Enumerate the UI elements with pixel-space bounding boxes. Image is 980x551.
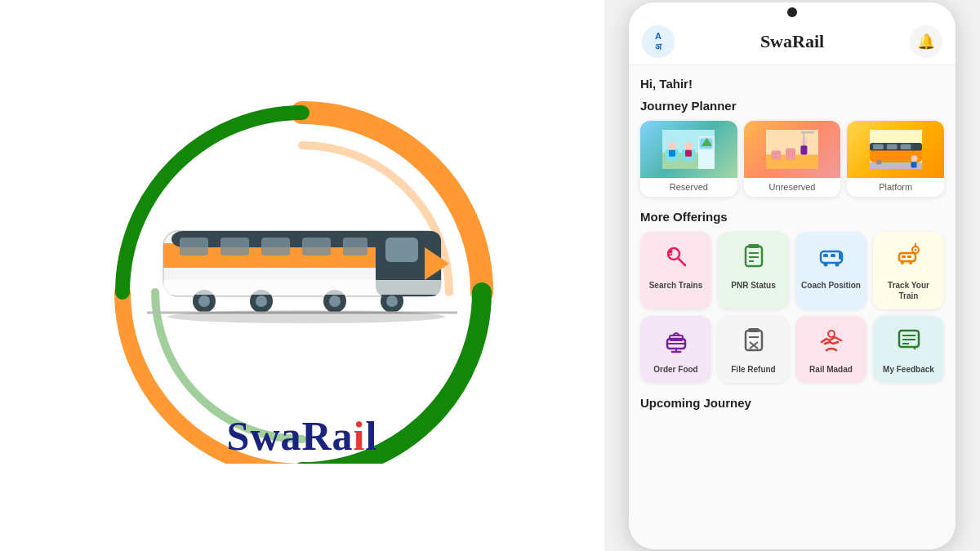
order-food-icon xyxy=(663,327,689,359)
offering-coach-position[interactable]: Coach Position xyxy=(795,232,866,309)
camera-dot xyxy=(787,7,797,17)
swarail-logo-text: SwaRail xyxy=(227,412,378,460)
svg-rect-19 xyxy=(163,280,441,295)
more-offerings-title: More Offerings xyxy=(640,210,944,224)
file-refund-label: File Refund xyxy=(731,364,775,375)
offering-pnr-status[interactable]: PNR Status xyxy=(718,232,789,309)
rail-madad-icon xyxy=(818,327,844,359)
offering-order-food[interactable]: Order Food xyxy=(640,316,711,383)
svg-point-84 xyxy=(828,331,835,337)
svg-rect-68 xyxy=(907,256,911,258)
my-feedback-label: My Feedback xyxy=(883,364,934,375)
notification-button[interactable]: 🔔 xyxy=(910,25,942,58)
svg-point-49 xyxy=(911,155,917,162)
svg-rect-65 xyxy=(839,251,842,260)
rail-madad-label: Rail Madad xyxy=(809,364,853,375)
svg-rect-83 xyxy=(748,328,760,332)
svg-rect-38 xyxy=(800,145,807,154)
offering-file-refund[interactable]: File Refund xyxy=(718,316,789,383)
offering-my-feedback[interactable]: My Feedback xyxy=(873,316,944,383)
right-panel: Aअ SwaRail 🔔 Hi, Tahir! Journey Planner xyxy=(604,0,980,551)
pnr-status-label: PNR Status xyxy=(731,280,775,291)
svg-point-13 xyxy=(256,295,267,307)
svg-point-11 xyxy=(198,295,210,307)
status-bar xyxy=(629,2,956,20)
greeting-text: Hi, Tahir! xyxy=(640,77,944,91)
offering-rail-madad[interactable]: Rail Madad xyxy=(795,316,866,383)
unreserved-card-image xyxy=(744,121,841,178)
track-train-label: Track Your Train xyxy=(878,280,939,301)
app-header: Aअ SwaRail 🔔 xyxy=(629,20,956,65)
svg-point-63 xyxy=(823,262,827,266)
order-food-label: Order Food xyxy=(653,364,697,375)
train-illustration xyxy=(147,198,457,329)
phone-frame: Aअ SwaRail 🔔 Hi, Tahir! Journey Planner xyxy=(629,2,956,549)
svg-point-70 xyxy=(909,261,912,264)
file-refund-icon xyxy=(741,327,767,359)
journey-card-platform[interactable]: Platform xyxy=(847,121,944,197)
svg-rect-8 xyxy=(302,238,331,256)
search-trains-icon xyxy=(663,243,689,275)
svg-rect-61 xyxy=(823,254,828,257)
svg-point-26 xyxy=(669,142,677,150)
journey-planner-grid: Reserved xyxy=(640,121,944,197)
svg-rect-5 xyxy=(180,238,208,256)
logo-circle: SwaRail xyxy=(90,92,514,460)
unreserved-label: Unreserved xyxy=(744,178,841,197)
svg-point-72 xyxy=(914,248,916,251)
svg-rect-46 xyxy=(886,144,897,149)
svg-rect-36 xyxy=(786,148,795,159)
journey-card-unreserved[interactable]: Unreserved xyxy=(744,121,841,197)
reserved-label: Reserved xyxy=(640,178,737,197)
svg-rect-27 xyxy=(669,149,675,156)
journey-card-reserved[interactable]: Reserved xyxy=(640,121,737,197)
svg-point-15 xyxy=(329,295,341,307)
svg-point-54 xyxy=(668,249,672,253)
svg-rect-50 xyxy=(911,162,916,167)
svg-rect-47 xyxy=(900,144,911,149)
svg-rect-35 xyxy=(771,150,781,159)
svg-rect-67 xyxy=(902,256,906,258)
reserved-card-image xyxy=(640,121,737,178)
language-button[interactable]: Aअ xyxy=(642,25,675,58)
offerings-grid: Search Trains PNR Status xyxy=(640,232,944,383)
svg-rect-51 xyxy=(876,159,881,164)
offering-search-trains[interactable]: Search Trains xyxy=(640,232,711,309)
svg-point-20 xyxy=(167,310,445,323)
platform-label: Platform xyxy=(847,178,944,197)
svg-rect-79 xyxy=(746,331,762,350)
journey-planner-title: Journey Planner xyxy=(640,99,944,113)
svg-rect-62 xyxy=(831,254,835,257)
app-content: Hi, Tahir! Journey Planner xyxy=(629,65,956,549)
svg-rect-59 xyxy=(748,244,760,248)
svg-rect-7 xyxy=(261,238,290,256)
pnr-status-icon xyxy=(741,243,767,275)
upcoming-journey-title: Upcoming Journey xyxy=(640,396,944,410)
track-train-icon xyxy=(896,243,922,275)
svg-rect-29 xyxy=(685,149,692,156)
offering-track-train[interactable]: Track Your Train xyxy=(873,232,944,309)
svg-point-64 xyxy=(835,262,839,266)
left-panel: SwaRail xyxy=(0,0,604,551)
svg-rect-45 xyxy=(873,144,884,149)
svg-rect-9 xyxy=(343,238,368,256)
app-header-title: SwaRail xyxy=(760,31,824,52)
svg-rect-4 xyxy=(385,238,418,262)
coach-position-icon xyxy=(818,243,844,275)
svg-point-17 xyxy=(386,295,398,307)
search-trains-label: Search Trains xyxy=(649,280,703,291)
svg-point-28 xyxy=(685,142,693,150)
svg-line-53 xyxy=(679,259,685,265)
coach-position-label: Coach Position xyxy=(801,280,861,291)
svg-rect-6 xyxy=(220,238,249,256)
platform-card-image xyxy=(847,121,944,178)
my-feedback-icon xyxy=(896,327,922,359)
svg-point-69 xyxy=(901,261,904,264)
